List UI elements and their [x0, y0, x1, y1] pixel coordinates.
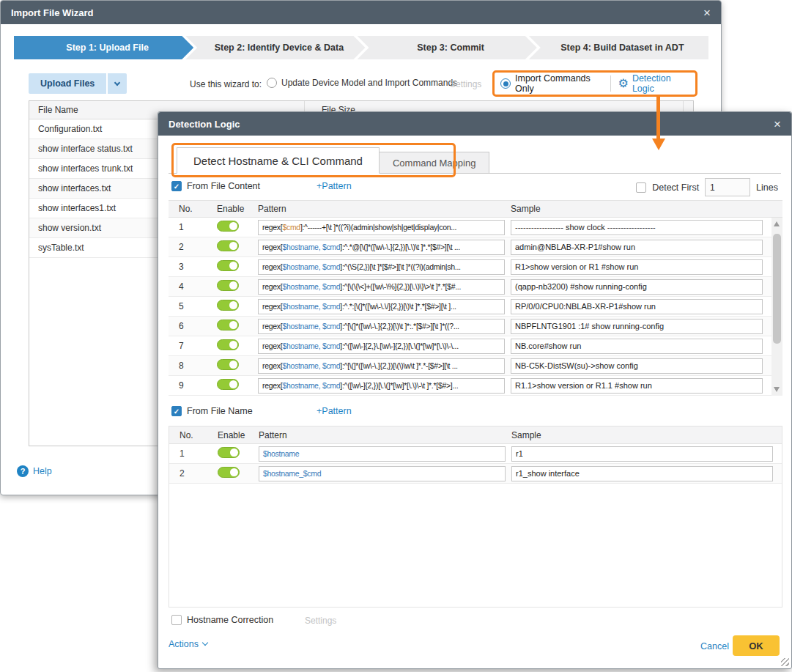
pattern-input[interactable]: regex[$hostname, $cmd]:^([\w\-]{2,})[\.\…: [258, 378, 505, 394]
ok-button[interactable]: OK: [733, 635, 780, 656]
sample-text: NB-C5K-DistSW(su)->show config: [515, 361, 638, 370]
row-number: 2: [169, 242, 207, 252]
pattern-input[interactable]: $hostname: [259, 446, 506, 462]
enable-cell: [207, 240, 258, 254]
pattern-input[interactable]: regex[$hostname, $cmd]:^.*:[\(]*([\w\-\.…: [258, 299, 505, 314]
sample-input[interactable]: NB-C5K-DistSW(su)->show config: [511, 358, 763, 374]
sample-input[interactable]: r1_show interface: [511, 466, 773, 481]
hostname-correction-checkbox[interactable]: [171, 615, 182, 625]
radio-unselected-icon[interactable]: [267, 78, 277, 88]
step-4-build-dataset-adt[interactable]: Step 4: Build Dataset in ADT: [529, 36, 708, 59]
resize-handle[interactable]: [781, 658, 789, 666]
pattern-variables: $hostname: [263, 449, 299, 458]
actions-label[interactable]: Actions: [169, 639, 199, 649]
upload-files-split-button[interactable]: Upload Files: [29, 73, 127, 94]
enable-toggle[interactable]: [217, 260, 239, 271]
file-name: Configuration.txt: [38, 124, 102, 134]
enable-toggle[interactable]: [217, 280, 239, 291]
sample-input[interactable]: admin@NBLAB-XR-P1#show run: [511, 240, 763, 255]
enable-toggle[interactable]: [218, 447, 240, 458]
row-number: 4: [169, 281, 207, 292]
detect-first-checkbox[interactable]: [636, 182, 646, 193]
sample-input[interactable]: NBPFLNTG1901 :1# show running-config: [511, 319, 763, 334]
sample-cell: admin@NBLAB-XR-P1#show run: [511, 240, 771, 255]
pattern-input[interactable]: $hostname_$cmd: [259, 466, 506, 481]
sample-input[interactable]: ------------------ show clock ----------…: [511, 220, 763, 235]
pattern-input[interactable]: regex[$cmd]:^------+[\t ]*((?i)(admin|sh…: [258, 220, 505, 235]
pattern-regex: ]:^(\S{2,})[\t ]*[$#>][\t ]*((?i)(admin|…: [340, 262, 460, 271]
scroll-up-icon[interactable]: [774, 221, 780, 226]
sample-input[interactable]: R1>show version or R1 #show run: [511, 259, 763, 275]
row-number: 7: [169, 341, 207, 351]
col-pattern: Pattern: [259, 430, 511, 440]
pattern-input[interactable]: regex[$hostname, $cmd]:^(\S{2,})[\t ]*[$…: [258, 259, 505, 275]
enable-toggle[interactable]: [217, 221, 239, 232]
sample-text: admin@NBLAB-XR-P1#show run: [515, 243, 635, 251]
name-table-header: No. Enable Pattern Sample: [169, 427, 782, 444]
enable-toggle[interactable]: [217, 359, 239, 370]
screen: Import File Wizard × Step 1: Upload File…: [0, 0, 792, 672]
radio-update-device-model[interactable]: Update Device Model and Import Commands: [267, 78, 457, 88]
pattern-variables: $hostname, $cmd: [282, 243, 340, 251]
scroll-down-icon[interactable]: [774, 387, 780, 392]
pattern-cell: regex[$hostname, $cmd]:^([\w\-]{2,})[\.\…: [258, 378, 511, 394]
row-number: 5: [169, 301, 207, 311]
wizard-settings-link: Settings: [450, 79, 481, 89]
scrollbar-thumb[interactable]: [773, 234, 781, 344]
wizard-close-icon[interactable]: ×: [703, 7, 711, 19]
pattern-variables: $hostname, $cmd: [282, 262, 340, 271]
enable-toggle[interactable]: [217, 320, 239, 331]
actions-menu[interactable]: Actions: [169, 639, 207, 649]
pattern-variables: $hostname, $cmd: [282, 322, 340, 331]
upload-files-dropdown-button[interactable]: [108, 73, 127, 94]
upload-files-button[interactable]: Upload Files: [29, 73, 106, 94]
pattern-input[interactable]: regex[$hostname, $cmd]:^[\(\{\<]+([\w\-\…: [258, 279, 505, 295]
sample-input[interactable]: NB.core#show run: [511, 339, 763, 354]
sample-text: r1: [516, 449, 523, 458]
pattern-regex: ]:^[\(]*([\w\-\.]{2,})[\(\)\w\t ]*.*-[$#…: [340, 361, 457, 370]
step-1-upload-file[interactable]: Step 1: Upload File: [14, 36, 193, 59]
row-number: 2: [169, 468, 208, 479]
pattern-input[interactable]: regex[$hostname, $cmd]:^[\(]*([\w\-\.]{2…: [258, 358, 505, 374]
name-pattern-table: No. Enable Pattern Sample 1 $hostname r1…: [169, 426, 782, 608]
enable-toggle[interactable]: [217, 379, 239, 390]
sample-input[interactable]: R1.1>show version or R1.1 #show run: [511, 378, 763, 394]
enable-toggle[interactable]: [217, 339, 239, 350]
pattern-cell: regex[$cmd]:^------+[\t ]*((?i)(admin|sh…: [258, 220, 511, 235]
radio-selected-icon[interactable]: [500, 78, 511, 89]
sample-input[interactable]: r1: [511, 446, 773, 462]
tab-command-mapping[interactable]: Command Mapping: [380, 152, 489, 174]
from-file-content-checkbox[interactable]: ✓: [171, 181, 182, 191]
from-file-name-checkbox[interactable]: ✓: [171, 406, 182, 416]
pattern-row: 5 regex[$hostname, $cmd]:^.*:[\(]*([\w\-…: [169, 297, 771, 317]
enable-toggle[interactable]: [218, 467, 240, 478]
content-table-scrollbar[interactable]: [771, 218, 782, 396]
help-link[interactable]: ? Help: [17, 465, 52, 477]
add-pattern-content-link[interactable]: +Pattern: [317, 181, 352, 191]
detection-logic-link[interactable]: Detection Logic: [632, 73, 689, 94]
sample-input[interactable]: RP/0/0/CPU0:NBLAB-XR-P1#show run: [511, 299, 763, 314]
step-3-commit[interactable]: Step 3: Commit: [358, 36, 537, 59]
import-commands-highlight-box: Import Commands Only ⚙ Detection Logic: [492, 70, 697, 97]
wizard-title: Import File Wizard: [11, 7, 94, 18]
toggle-knob: [229, 380, 237, 388]
step-2-identify-device-data[interactable]: Step 2: Identify Device & Data: [185, 36, 365, 59]
pattern-input[interactable]: regex[$hostname, $cmd]:^[\(]*([\w\-\.]{2…: [258, 319, 505, 334]
tab-detect-hostname-cli-command[interactable]: Detect Hostname & CLI Command: [177, 147, 380, 174]
cancel-button[interactable]: Cancel: [700, 641, 729, 651]
pattern-input[interactable]: regex[$hostname, $cmd]:^([\w\-]{2,}\.[\w…: [258, 339, 505, 354]
dialog-close-icon[interactable]: ×: [774, 118, 781, 130]
pattern-input[interactable]: regex[$hostname, $cmd]:^.*@[\(]*([\w\-\.…: [258, 240, 505, 255]
sample-input[interactable]: (qapp-nb3200) #show running-config: [511, 279, 763, 295]
enable-toggle[interactable]: [217, 240, 239, 251]
enable-toggle[interactable]: [217, 300, 239, 311]
pattern-regex: ]:^[\(\{\<]+([\w\-\%]{2,})[\.\)\}\>\t ]*…: [340, 282, 461, 291]
pattern-cell: regex[$hostname, $cmd]:^[\(]*([\w\-\.]{2…: [258, 319, 511, 334]
detect-first-input[interactable]: [705, 178, 750, 196]
sample-text: NB.core#show run: [515, 341, 582, 350]
radio-import-commands-label[interactable]: Import Commands Only: [515, 73, 603, 94]
pattern-row: 2 $hostname_$cmd r1_show interface: [169, 464, 782, 484]
dialog-tabs: Detect Hostname & CLI Command Command Ma…: [177, 147, 489, 174]
pattern-row: 2 regex[$hostname, $cmd]:^.*@[\(]*([\w\-…: [169, 237, 771, 257]
add-pattern-name-link[interactable]: +Pattern: [317, 406, 352, 416]
